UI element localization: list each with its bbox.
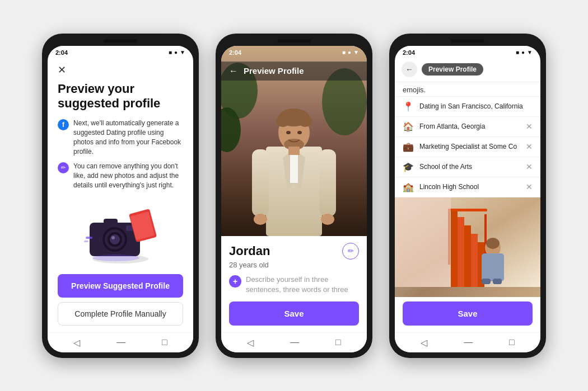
svg-point-32 (254, 214, 267, 225)
close-icon[interactable]: ✕ (58, 64, 183, 76)
svg-rect-37 (464, 225, 471, 287)
preview-suggested-profile-button[interactable]: Preview Suggested Profile (58, 274, 183, 298)
save-button[interactable]: Save (229, 302, 359, 326)
camera-illustration (58, 196, 183, 272)
phone3-save-bar: Save (395, 297, 540, 332)
phone3: 2:04 ■ ● ▼ ← Preview Profile emojis. (389, 34, 546, 358)
phone3-header: ← Preview Profile (395, 58, 540, 82)
profile-name: Jordan (229, 244, 270, 258)
svg-rect-29 (288, 147, 300, 155)
list-item-2-text: You can remove anything you don't like, … (73, 162, 183, 190)
phone3-time: 2:04 (403, 49, 415, 56)
svg-rect-13 (84, 241, 88, 242)
svg-rect-47 (493, 279, 502, 284)
phone1-notch (104, 39, 137, 43)
phone1-status-bar: 2:04 ■ ● ▼ (48, 46, 193, 58)
wifi-icon: ■ (169, 49, 172, 55)
signal-icon: ● (174, 49, 178, 55)
phone1-bottom-nav: ◁ — □ (48, 332, 193, 352)
svg-point-28 (297, 131, 302, 134)
svg-point-25 (298, 116, 312, 127)
svg-point-5 (110, 234, 120, 244)
svg-rect-46 (482, 279, 491, 284)
info-row-college: 🎓 School of the Arts ✕ (395, 157, 540, 177)
wifi-icon: ■ (516, 49, 519, 55)
phone2-time: 2:04 (229, 49, 241, 56)
signal-icon: ● (521, 49, 525, 55)
svg-point-24 (276, 116, 290, 127)
phone2-header: ← Preview Profile (221, 62, 367, 81)
svg-point-33 (321, 214, 334, 225)
svg-rect-48 (395, 197, 451, 287)
back-nav-button[interactable]: ◁ (73, 337, 80, 348)
edit-profile-button[interactable]: ✏ (342, 243, 359, 260)
phone2-device: 2:04 ■ ● ▼ ← Preview Profile (216, 34, 372, 358)
svg-point-45 (486, 238, 500, 249)
feature-list: f Next, we'll automatically generate a s… (58, 119, 183, 190)
svg-rect-31 (319, 149, 336, 216)
hometown-text: From Atlanta, Georgia (419, 123, 520, 130)
phone2-notch (277, 39, 311, 43)
svg-rect-44 (482, 253, 504, 281)
profile-age: 28 years old (229, 261, 359, 269)
remove-hometown-button[interactable]: ✕ (526, 122, 533, 131)
page-title: Preview your suggested profile (58, 82, 183, 111)
add-bio-button[interactable]: + (229, 275, 241, 288)
phone1-status-icons: ■ ● ▼ (169, 49, 185, 55)
complete-profile-manually-button[interactable]: Complete Profile Manually (58, 302, 183, 326)
remove-college-button[interactable]: ✕ (526, 162, 533, 171)
phone1-time: 2:04 (55, 49, 68, 56)
pencil-icon: ✏ (58, 162, 69, 173)
phone3-device: 2:04 ■ ● ▼ ← Preview Profile emojis. (389, 34, 546, 358)
back-nav-button[interactable]: ◁ (421, 337, 427, 348)
phone3-bottom-nav: ◁ — □ (395, 332, 540, 352)
bio-area: + Describe yourself in three sentences, … (229, 275, 359, 297)
home-nav-button[interactable]: — (290, 337, 299, 347)
info-row-hometown: 🏠 From Atlanta, Georgia ✕ (395, 117, 540, 137)
wifi-icon: ■ (342, 49, 346, 55)
recent-nav-button[interactable]: □ (335, 337, 341, 347)
phone3-notch (451, 39, 484, 43)
camera-svg (81, 203, 160, 265)
phone2-status-icons: ■ ● ▼ (342, 49, 359, 55)
location-text: Dating in San Francisco, California (419, 102, 533, 110)
home-nav-button[interactable]: — (116, 337, 125, 347)
profile-name-row: Jordan ✏ (229, 243, 359, 260)
phone3-screen: 2:04 ■ ● ▼ ← Preview Profile emojis. (395, 46, 540, 352)
phone2-screen: 2:04 ■ ● ▼ ← Preview Profile (221, 46, 367, 352)
remove-school-button[interactable]: ✕ (526, 182, 533, 191)
recent-nav-button[interactable]: □ (162, 337, 167, 347)
home-icon: 🏠 (403, 121, 414, 132)
remove-job-button[interactable]: ✕ (526, 142, 533, 151)
school-icon: 🏫 (403, 182, 414, 192)
phone2-bottom-nav: ◁ — □ (221, 332, 367, 352)
phone1-device: 2:04 ■ ● ▼ ✕ Preview your suggested prof… (42, 34, 199, 358)
back-button[interactable]: ← (402, 62, 417, 77)
save-button[interactable]: Save (403, 302, 533, 326)
profile-info: Jordan ✏ 28 years old + Describe yoursel… (221, 236, 367, 297)
bio-placeholder: Describe yourself in three sentences, th… (246, 275, 359, 297)
phone3-person-illustration (395, 197, 540, 287)
svg-rect-42 (448, 209, 487, 211)
job-icon: 💼 (403, 142, 414, 152)
info-row-school: 🏫 Lincoln High School ✕ (395, 177, 540, 197)
facebook-icon: f (58, 119, 69, 130)
home-nav-button[interactable]: — (464, 337, 473, 347)
list-item-1-text: Next, we'll automatically generate a sug… (73, 119, 183, 156)
phone3-content: ← Preview Profile emojis. 📍 Dating in Sa… (395, 58, 540, 352)
emojis-text: emojis. (395, 82, 540, 97)
save-bar: Save (221, 297, 367, 332)
back-button[interactable]: ← (229, 66, 238, 76)
phone3-status-icons: ■ ● ▼ (516, 49, 533, 55)
recent-nav-button[interactable]: □ (509, 337, 515, 347)
list-item-2: ✏ You can remove anything you don't like… (58, 162, 183, 190)
college-text: School of the Arts (419, 163, 520, 171)
svg-rect-30 (252, 149, 269, 216)
job-text: Marketing Specialist at Some Co (419, 143, 520, 150)
header-title: Preview Profile (244, 66, 304, 76)
svg-rect-38 (471, 234, 478, 287)
school-text: Lincoln High School (419, 183, 520, 191)
svg-point-11 (92, 255, 139, 261)
phone2: 2:04 ■ ● ▼ ← Preview Profile (216, 34, 372, 358)
back-nav-button[interactable]: ◁ (247, 337, 254, 348)
